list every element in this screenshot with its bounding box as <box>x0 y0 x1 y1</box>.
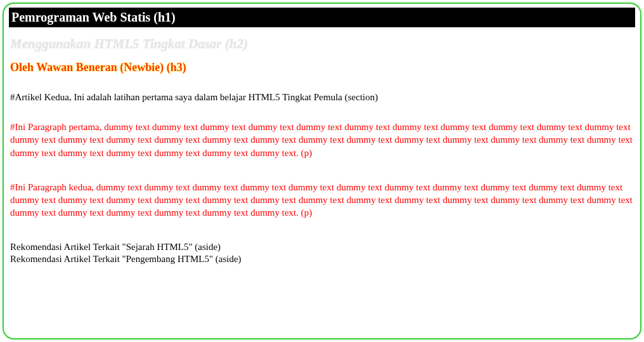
page-title-h1: Pemrograman Web Statis (h1) <box>9 8 635 27</box>
article-section: #Artikel Kedua, Ini adalah latihan perta… <box>9 92 635 103</box>
aside-block: Rekomendasi Artikel Terkait "Sejarah HTM… <box>9 241 635 266</box>
paragraph-2: #Ini Paragraph kedua, dummy text dummy t… <box>9 181 635 220</box>
page-subtitle-h2: Menggunakan HTML5 Tingkat Dasar (h2) <box>9 36 635 52</box>
aside-item-1: Rekomendasi Artikel Terkait "Sejarah HTM… <box>10 241 635 254</box>
aside-item-2: Rekomendasi Artikel Terkait "Pengembang … <box>10 253 635 266</box>
page-frame: Pemrograman Web Statis (h1) Menggunakan … <box>3 3 641 339</box>
paragraph-1: #Ini Paragraph pertama, dummy text dummy… <box>9 121 635 159</box>
page-author-h3: Oleh Wawan Beneran (Newbie) (h3) <box>9 61 635 74</box>
